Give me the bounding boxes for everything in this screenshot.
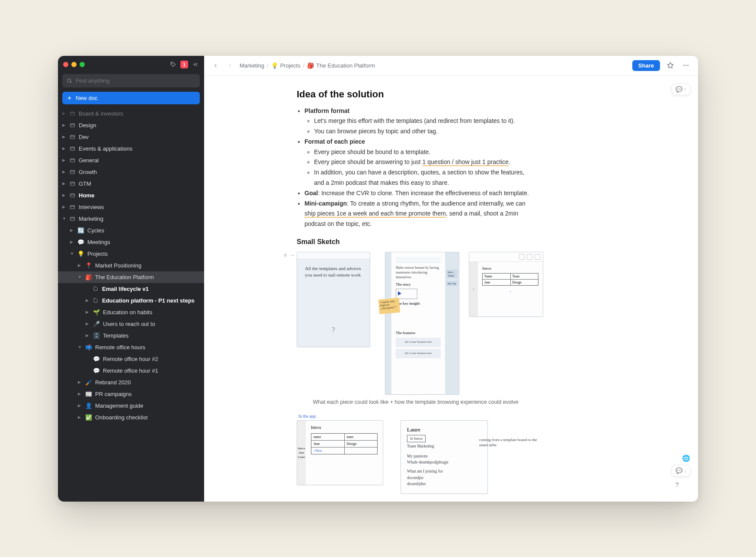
svg-rect-3 <box>70 123 75 127</box>
sidebar-item-users-reach[interactable]: ▶🎤Users to reach out to <box>58 318 204 330</box>
sidebar-item-office-h1[interactable]: 💬Remote office hour #1 <box>58 365 204 377</box>
sketch-mock-3: • Intros NameTeam JaneDesign ? <box>469 252 543 317</box>
comment-down-button[interactable]: 💬↓ <box>672 465 691 477</box>
sidebar-item-general[interactable]: ▶General <box>58 155 204 166</box>
sidebar-item-onboard[interactable]: ▶✅Onboarding checklist <box>58 412 204 423</box>
plus-icon <box>67 95 72 101</box>
bottom-floats: 🌐 💬↓ ? <box>672 454 691 490</box>
sidebar-item-edu-p1[interactable]: ▶Education platform - P1 next steps <box>58 295 204 306</box>
svg-point-12 <box>683 65 684 66</box>
tool-icon <box>527 254 532 260</box>
check-icon: ✅ <box>85 414 92 421</box>
star-button[interactable] <box>665 60 676 71</box>
close-window-icon[interactable] <box>63 62 68 67</box>
pin-icon: 📍 <box>85 262 92 269</box>
bulb-icon: 💡 <box>271 62 278 69</box>
seedling-icon: 🌱 <box>93 309 100 316</box>
sketch-caption: What each piece could look like + how th… <box>297 399 535 405</box>
main: Marketing / 💡Projects / 🎒The Education P… <box>204 56 698 502</box>
breadcrumb-current[interactable]: 🎒The Education Platform <box>307 62 375 69</box>
back-button[interactable] <box>211 61 220 70</box>
collapse-sidebar-icon[interactable] <box>191 60 200 69</box>
sidebar-item-design[interactable]: ▶Design <box>58 119 204 131</box>
sketch-mock-5: Laure Je Intros Team Marketing My passio… <box>400 420 488 494</box>
svg-rect-8 <box>70 182 75 185</box>
drag-handle-icon[interactable]: ≡ <box>284 252 287 258</box>
sidebar-item-interviews[interactable]: ▶Interviews <box>58 201 204 213</box>
backpack-icon: 🎒 <box>85 274 92 280</box>
globe-icon[interactable]: 🌐 <box>682 454 690 462</box>
breadcrumb-projects[interactable]: 💡Projects <box>271 62 301 69</box>
sidebar-item-marketing[interactable]: ▼Marketing <box>58 213 204 225</box>
highlighted-text[interactable]: ship pieces 1ce a week and each time pro… <box>304 210 446 218</box>
sidebar-item-gtm[interactable]: ▶GTM <box>58 178 204 190</box>
breadcrumb: Marketing / 💡Projects / 🎒The Education P… <box>240 62 627 69</box>
bullet-list: Platform format Let's merge this effort … <box>297 106 535 230</box>
window-controls[interactable] <box>63 62 85 67</box>
sidebar-item-dev[interactable]: ▶Dev <box>58 131 204 143</box>
share-button[interactable]: Share <box>632 60 660 71</box>
sidebar-item-cycles[interactable]: ▶🔄Cycles <box>58 225 204 236</box>
svg-rect-2 <box>70 112 75 115</box>
sidebar-item-office-hours[interactable]: ▼📫Remote office hours <box>58 341 204 353</box>
sidebar-top: 1 <box>58 56 204 71</box>
help-button[interactable]: ? <box>672 479 683 490</box>
sidebar-item-pr[interactable]: ▶📰PR campaigns <box>58 388 204 400</box>
comment-up-button[interactable]: 💬↑ <box>672 84 691 95</box>
sidebar-item-mgmt[interactable]: ▶👤Management guide <box>58 400 204 412</box>
comment-nav-top: 💬↑ <box>672 84 691 95</box>
chat-icon: 💬 <box>93 367 100 374</box>
sidebar-item-meetings[interactable]: ▶💬Meetings <box>58 236 204 248</box>
svg-rect-7 <box>70 170 75 174</box>
search-input[interactable] <box>76 77 195 84</box>
sidebar: 1 New doc ▶ Board & investors ▶Design ▶D… <box>58 56 204 502</box>
sidebar-item-growth[interactable]: ▶Growth <box>58 166 204 178</box>
svg-point-14 <box>687 65 688 66</box>
arrow-down-icon: ↓ <box>684 468 687 473</box>
person-icon: 👤 <box>85 402 92 409</box>
search-icon <box>67 78 72 84</box>
forward-button[interactable] <box>225 61 234 70</box>
sidebar-item-events[interactable]: ▶Events & applications <box>58 143 204 155</box>
svg-rect-5 <box>70 147 75 150</box>
svg-rect-4 <box>70 135 75 138</box>
highlighted-text[interactable]: 1 question / show just 1 practice <box>423 158 509 166</box>
resize-icon[interactable]: ↔ <box>290 252 295 258</box>
sidebar-item-email-lifecycle[interactable]: Email lifecycle v1 <box>58 283 204 295</box>
sidebar-item-office-h2[interactable]: 💬Remote office hour #2 <box>58 353 204 365</box>
mic-icon: 🎤 <box>93 321 100 327</box>
sketch-mock-4: Intros Jane Laure Intros nameteam JaneDe… <box>297 420 383 485</box>
cycles-icon: 🔄 <box>77 227 84 234</box>
sidebar-item-home[interactable]: ▶Home <box>58 190 204 201</box>
breadcrumb-marketing[interactable]: Marketing <box>240 62 264 69</box>
heading-sketch: Small Sketch <box>297 238 535 246</box>
news-icon: 📰 <box>85 391 92 397</box>
sidebar-item-edu-habits[interactable]: ▶🌱Education on habits <box>58 306 204 318</box>
search-box[interactable] <box>62 74 200 87</box>
sticky-note: ? maybe only improve „why/queue"? <box>378 298 400 314</box>
maximize-window-icon[interactable] <box>80 62 85 67</box>
sketch-block-2: Intros Jane Laure Intros nameteam JaneDe… <box>297 420 535 494</box>
notification-badge[interactable]: 1 <box>180 61 188 68</box>
tool-icon <box>535 254 540 260</box>
sidebar-item-rebrand[interactable]: ▶🖌️Rebrand 2020 <box>58 377 204 388</box>
sidebar-tree[interactable]: ▶ Board & investors ▶Design ▶Dev ▶Events… <box>58 108 204 502</box>
mailbox-icon: 📫 <box>85 344 92 351</box>
more-button[interactable] <box>681 60 691 71</box>
document-content[interactable]: 💬↑ 🌐 💬↓ ? Idea of the solution Platform … <box>204 76 698 502</box>
sidebar-item-market-pos[interactable]: ▶📍Market Positioning <box>58 260 204 271</box>
sidebar-item-templates[interactable]: ▶🗄️Templates <box>58 330 204 341</box>
projects-icon: 💡 <box>77 251 84 257</box>
meetings-icon: 💬 <box>77 239 84 245</box>
in-app-label: In the app <box>298 414 535 419</box>
heading-idea: Idea of the solution <box>297 89 535 100</box>
arrow-up-icon: ↑ <box>684 87 687 92</box>
minimize-window-icon[interactable] <box>71 62 77 67</box>
svg-rect-11 <box>70 217 75 220</box>
new-doc-button[interactable]: New doc <box>62 92 200 104</box>
drawer-icon: 🗄️ <box>93 332 100 339</box>
tag-icon[interactable] <box>169 60 177 69</box>
sidebar-item-projects[interactable]: ▼💡Projects <box>58 248 204 260</box>
sidebar-item-education-platform[interactable]: ▼🎒The Education Platform <box>58 271 204 283</box>
sidebar-item-board[interactable]: ▶ Board & investors <box>58 108 204 119</box>
